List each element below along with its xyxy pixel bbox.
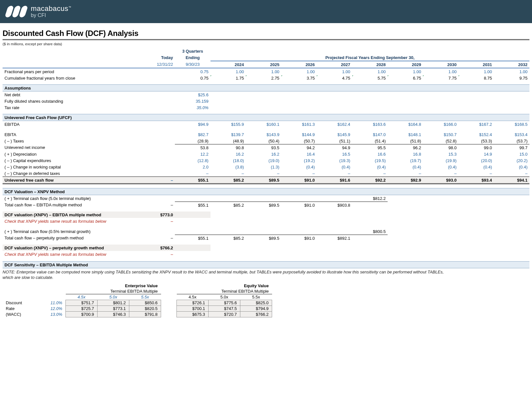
projected-label: Projected Fiscal Years Ending September …	[210, 54, 529, 61]
q3-label-1: 3 Quarters	[175, 48, 210, 54]
units-note: ($ in millions, except per share data)	[3, 42, 529, 46]
tax-val: 35.0%	[175, 104, 210, 111]
section-assumptions: Assumptions	[3, 85, 529, 91]
frac-cum-label: Cumulative fractional years from close	[3, 75, 142, 81]
ufcf-today: –	[142, 177, 175, 184]
year-2024: 2024	[210, 61, 246, 68]
total-pg-label: Total cash flow – perpetuity growth meth…	[3, 235, 142, 242]
brand-byline: by CFI	[31, 13, 72, 18]
ufcf-label: Unlevered free cash flow	[3, 177, 142, 184]
eq-sensitivity-table: Equity Value Terminal EBITDA Multiple 4.…	[176, 283, 272, 317]
year-2028: 2028	[352, 61, 388, 68]
app-header: macabacus™ by CFI	[0, 0, 532, 23]
dep-label: ( + ) Depreciation	[3, 151, 142, 157]
year-2025: 2025	[246, 61, 281, 68]
tcf-pg-label: ( + ) Terminal cash flow (0.5% terminal …	[3, 228, 142, 235]
total-mult-label: Total cash flow – EBITDA multiple method	[3, 202, 142, 209]
year-2032: 2032	[494, 61, 529, 68]
ev-sensitivity-table: Enterprise Value Terminal EBITDA Multipl…	[3, 283, 161, 317]
ev-title: Enterprise Value	[66, 283, 161, 289]
frac-per-label: Fractional years per period	[3, 68, 142, 75]
today-date: 12/31/22	[142, 61, 175, 68]
logo-icon	[4, 6, 28, 17]
xnpv-check2: Check that XNPV yields same result as fo…	[3, 251, 142, 257]
trademark: ™	[68, 6, 72, 9]
eq-title: Equity Value	[177, 283, 272, 289]
section-xnpv: DCF Valuation – XNPV Method	[3, 188, 529, 195]
q3-date: 9/30/23	[175, 61, 210, 68]
uni-label: Unlevered net income	[3, 144, 142, 151]
sensitivity-tables: Enterprise Value Terminal EBITDA Multipl…	[3, 283, 529, 317]
dcf-pg-label: DCF valuation (XNPV) – perpetuity growth…	[3, 245, 142, 251]
dcf-mult-label: DCF valuation (XNPV) – EBITDA multiple m…	[3, 211, 142, 218]
q3-label-2: Ending	[175, 54, 210, 61]
ebita-label: EBITA	[3, 131, 142, 138]
tcf-mult-val: $812.2	[352, 195, 388, 202]
sens-note: NOTE: Enterprise value can be computed m…	[3, 270, 452, 280]
today-label: Today	[142, 54, 175, 61]
xnpv-check1: Check that XNPV yields same result as fo…	[3, 218, 142, 224]
tax-label: Tax rate	[3, 104, 142, 111]
taxes-label: ( – ) Taxes	[3, 138, 142, 144]
section-ufcf: Unlevered Free Cash Flow (UFCF)	[3, 114, 529, 121]
year-2030: 2030	[423, 61, 458, 68]
year-2031: 2031	[459, 61, 494, 68]
dcf-table: 3 Quarters Today Ending Projected Fiscal…	[3, 48, 529, 268]
shares-val: 35.159	[175, 98, 210, 104]
tcf-mult-label: ( + ) Terminal cash flow (5.0x terminal …	[3, 195, 142, 202]
shares-label: Fully diluted shares outstanding	[3, 98, 142, 104]
ev-axis-label: Terminal EBITDA Multiple	[66, 289, 161, 294]
wc-label: ( – ) Change in working capital	[3, 164, 142, 170]
dcf-pg-val: $766.2	[142, 245, 175, 251]
capex-label: ( – ) Capital expenditures	[3, 157, 142, 164]
year-2027: 2027	[317, 61, 352, 68]
eq-axis-label: Terminal EBITDA Multiple	[177, 289, 272, 294]
brand-name: macabacus	[31, 4, 68, 13]
year-2029: 2029	[388, 61, 423, 68]
net-debt-val: $25.6	[175, 91, 210, 98]
logo-text: macabacus™ by CFI	[31, 5, 72, 18]
dt-label: ( – ) Change in deferred taxes	[3, 170, 142, 177]
ebitda-label: EBITDA	[3, 121, 142, 128]
tcf-pg-val: $800.5	[352, 228, 388, 235]
year-2026: 2026	[281, 61, 317, 68]
page-title: Discounted Cash Flow (DCF) Analysis	[3, 29, 529, 38]
section-sens: DCF Sensitivity – EBITDA Multiple Method	[3, 262, 529, 268]
net-debt-label: Net debt	[3, 91, 142, 98]
dcf-mult-val: $773.0	[142, 211, 175, 218]
